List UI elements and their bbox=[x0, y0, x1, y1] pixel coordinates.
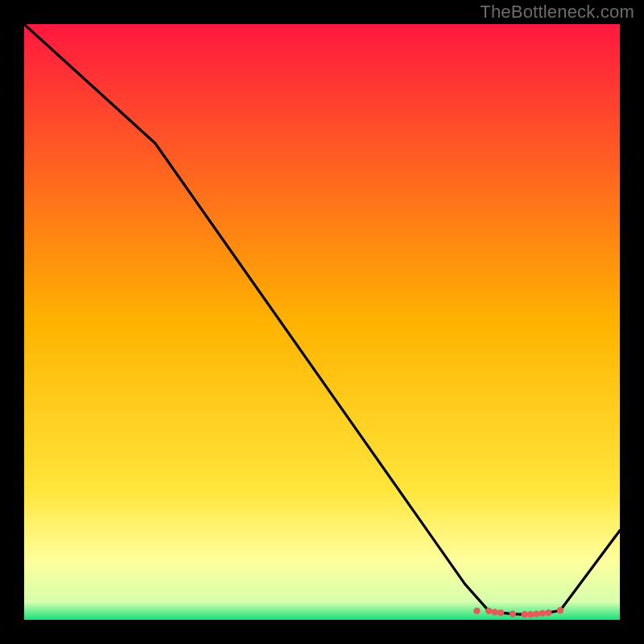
marker-point bbox=[557, 607, 564, 613]
stage: TheBottleneck.com bbox=[0, 0, 644, 644]
marker-point bbox=[527, 611, 534, 617]
marker-point bbox=[521, 611, 527, 617]
marker-point bbox=[491, 609, 497, 615]
gradient-background bbox=[24, 24, 620, 620]
marker-point bbox=[533, 610, 539, 617]
marker-point bbox=[485, 608, 492, 614]
marker-point bbox=[497, 609, 504, 616]
marker-point bbox=[473, 608, 480, 614]
marker-point bbox=[539, 610, 546, 617]
marker-point bbox=[510, 610, 516, 617]
chart-svg bbox=[24, 24, 620, 620]
marker-point bbox=[545, 609, 551, 616]
plot-frame bbox=[24, 24, 620, 620]
watermark-text: TheBottleneck.com bbox=[480, 2, 634, 23]
